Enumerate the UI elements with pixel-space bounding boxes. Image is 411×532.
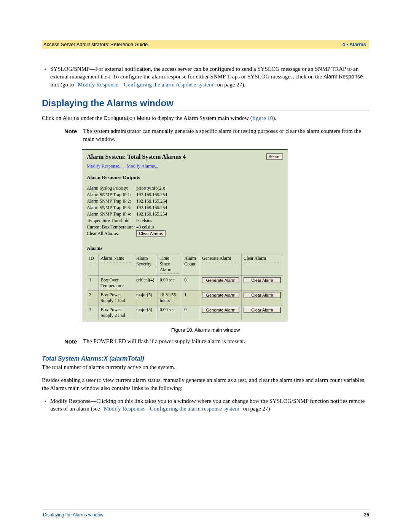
col-clear: Clear Alarm [244,256,281,262]
note-block: Note The system administrator can manual… [64,127,369,143]
response-outputs-table: Alarm Syslog Priority:priorityInfo(20) A… [87,185,169,237]
bullet-text-fragment: SYSLOG/SNMP—For external notification, t… [50,66,358,80]
server-button[interactable]: Server [266,153,283,160]
cell-severity: major(5) [134,305,158,320]
note-block: Note The POWER LED will flash if a power… [64,337,369,345]
table-row: 3 Box:Power Supply 2 Fail major(5) 0.00 … [87,305,283,320]
col-id: ID [89,256,96,262]
kv-val: priorityInfo(20) [136,185,169,192]
kv-val: 40 celsius [136,224,169,230]
cell-severity: critical(4) [134,276,158,291]
cell-id: 1 [87,276,99,291]
figure-caption: Figure 10. Alarms main window [42,327,369,333]
text-fragment: ). [273,115,276,121]
clear-alarm-button[interactable]: Clear Alarm [244,277,281,283]
col-generate: Generate Alarm [202,256,239,262]
alarms-table: ID Alarm Name Alarm Severity Time Since … [87,254,283,320]
cell-count: 1 [182,291,200,305]
kv-key: Temperature Threshold: [87,217,136,224]
list-item: SYSLOG/SNMP—For external notification, t… [50,65,369,88]
page-footer: Displaying the Alarms window 25 [43,510,369,518]
page-header: Access Server Administrators' Reference … [42,40,369,49]
cell-name: Box:Over Temperature [99,276,134,291]
kv-key: Alarm SNMP Trap IP 2: [87,198,136,204]
sub-para-2: Besides enabling a user to view current … [42,376,369,392]
kv-val: 192.169.165.254 [136,198,169,204]
subsection-heading-total-alarms: Total System Alarms:X (alarmTotal) [42,355,369,362]
xref-figure-10[interactable]: figure 10 [252,115,273,121]
kv-key: Alarm SNMP Trap IP 3: [87,204,136,211]
clear-alarm-button[interactable]: Clear Alarm [244,292,281,298]
col-count: Alarm Count [184,256,198,268]
window-title: Alarm System: Total System Alarms 4 [87,153,186,160]
kv-val: 192.169.165.254 [136,211,169,217]
clear-alarm-button[interactable]: Clear Alarm [244,307,281,313]
header-doc-title: Access Server Administrators' Reference … [43,42,148,47]
intro-bullet-list: SYSLOG/SNMP—For external notification, t… [42,65,369,88]
cell-since: 18:31:55 hours [158,291,182,305]
cell-severity: major(5) [134,291,158,305]
generate-alarm-button[interactable]: Generate Alarm [202,292,239,298]
ui-term-alarm-response: Alarm Response [323,73,363,80]
cell-name: Box:Power Supply 2 Fail [99,305,134,320]
alarms-heading: Alarms [87,245,283,251]
cell-id: 3 [87,305,99,320]
cell-count: 0 [182,276,200,291]
table-row: 2 Box:Power Supply 1 Fail major(5) 18:31… [87,291,283,305]
note-label: Note [64,127,77,143]
kv-key: Alarm Syslog Priority: [87,185,136,192]
bullet-text-fragment: on page 27). [216,81,245,88]
generate-alarm-button[interactable]: Generate Alarm [202,307,239,313]
modify-alarms-link[interactable]: Modify Alarms... [127,163,158,169]
ui-term-alarms: Alarms [63,115,80,121]
note-text: The POWER LED will flash if a power supp… [83,337,245,345]
cell-id: 2 [87,291,99,305]
cell-since: 0.00 sec [158,276,182,291]
table-row: 1 Box:Over Temperature critical(4) 0.00 … [87,276,283,291]
cell-since: 0.00 sec [158,305,182,320]
response-outputs-heading: Alarm Response Outputs [87,174,283,181]
footer-section-title: Displaying the Alarms window [43,512,104,518]
kv-key: Alarm SNMP Trap IP 4: [87,211,136,217]
bullet-text-fragment: on page 27) [242,406,270,412]
ui-term-config-menu: Configuration Menu [104,115,150,121]
modify-response-link[interactable]: Modify Response... [87,163,123,169]
section-heading-displaying-alarms: Displaying the Alarms window [42,98,369,110]
display-paragraph: Click on Alarms under the Configuration … [42,114,369,122]
note-label: Note [64,337,77,345]
bottom-bullet-list: Modify Response—Clicking on this link ta… [42,397,369,413]
kv-val: 192.169.165.254 [136,192,169,198]
kv-key: Current Box Temperature: [87,224,136,230]
generate-alarm-button[interactable]: Generate Alarm [202,277,239,283]
bullet-text-fragment: link (go to [50,81,75,88]
sub-para-1: The total number of alarms currently act… [42,363,369,371]
alarms-window-screenshot: Alarm System: Total System Alarms 4 Serv… [82,149,288,322]
footer-page-number: 25 [364,512,369,518]
list-item: Modify Response—Clicking on this link ta… [50,397,369,413]
text-fragment: Click on [42,115,63,121]
cell-count: 0 [182,305,200,320]
clear-alarms-button[interactable]: Clear Alarms [136,230,166,236]
kv-val: 192.169.165.254 [136,204,169,211]
header-chapter: 4 • Alarms [342,42,366,47]
cell-name: Box:Power Supply 1 Fail [99,291,134,305]
note-text: The system administrator can manually ge… [83,127,369,143]
col-name: Alarm Name [100,256,132,262]
col-since: Time Since Alarm [160,256,180,274]
text-fragment: under the [80,115,104,121]
kv-val: 0 celsius [136,217,169,224]
xref-modify-response[interactable]: "Modify Response—Configuring the alarm r… [75,81,215,88]
col-severity: Alarm Severity [136,256,156,268]
text-fragment: to display the Alarm System main window … [150,115,252,121]
xref-modify-response-bottom[interactable]: "Modify Response—Configuring the alarm r… [102,406,242,412]
clear-all-label: Clear All Alarms: [87,230,136,237]
kv-key: Alarm SNMP Trap IP 1: [87,192,136,198]
